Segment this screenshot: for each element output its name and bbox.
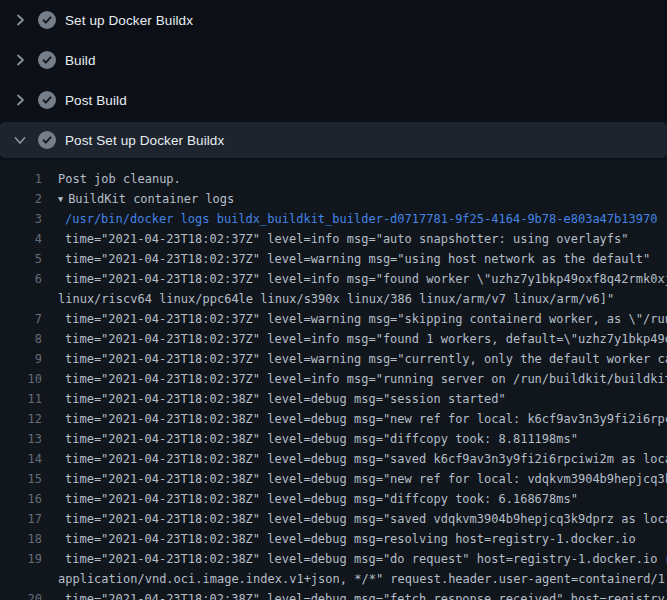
log-line-number[interactable]: 19	[0, 549, 42, 569]
log-line-number[interactable]: 3	[0, 209, 42, 229]
log-line-number[interactable]: 15	[0, 469, 42, 489]
log-line-text: time="2021-04-23T18:02:38Z" level=debug …	[42, 509, 667, 529]
log-line-number[interactable]: 13	[0, 429, 42, 449]
workflow-log-panel: Set up Docker Buildx Build P	[0, 0, 667, 600]
log-line-text: time="2021-04-23T18:02:38Z" level=debug …	[42, 429, 578, 449]
step-label: Post Set up Docker Buildx	[65, 133, 224, 148]
log-line: 4 time="2021-04-23T18:02:37Z" level=info…	[0, 229, 667, 249]
step-row-set-up-docker-buildx[interactable]: Set up Docker Buildx	[0, 0, 667, 40]
log-line-text: time="2021-04-23T18:02:38Z" level=debug …	[42, 389, 506, 409]
log-line: 17 time="2021-04-23T18:02:38Z" level=deb…	[0, 509, 667, 529]
log-line-number[interactable]: 17	[0, 509, 42, 529]
log-line-text: time="2021-04-23T18:02:38Z" level=debug …	[42, 449, 667, 469]
log-line-number[interactable]: 5	[0, 249, 42, 269]
step-row-build[interactable]: Build	[0, 40, 667, 80]
log-line-text: time="2021-04-23T18:02:38Z" level=debug …	[42, 589, 667, 600]
check-circle-icon	[38, 11, 56, 29]
log-line: 5 time="2021-04-23T18:02:37Z" level=warn…	[0, 249, 667, 269]
log-line-number[interactable]: 14	[0, 449, 42, 469]
log-line-number[interactable]: 7	[0, 309, 42, 329]
check-circle-icon	[38, 51, 56, 69]
log-line: 14 time="2021-04-23T18:02:38Z" level=deb…	[0, 449, 667, 469]
log-line-number[interactable]: 16	[0, 489, 42, 509]
step-label: Set up Docker Buildx	[65, 13, 193, 28]
log-line: 15 time="2021-04-23T18:02:38Z" level=deb…	[0, 469, 667, 489]
log-line-number[interactable]: 6	[0, 269, 42, 289]
steps-list: Set up Docker Buildx Build P	[0, 0, 667, 160]
log-line-number[interactable]: 9	[0, 349, 42, 369]
check-circle-icon	[38, 91, 56, 109]
log-line: 8 time="2021-04-23T18:02:37Z" level=info…	[0, 329, 667, 349]
log-line-text: time="2021-04-23T18:02:37Z" level=warnin…	[42, 349, 667, 369]
log-line-text: /usr/bin/docker logs buildx_buildkit_bui…	[42, 209, 657, 229]
log-line: 16 time="2021-04-23T18:02:38Z" level=deb…	[0, 489, 667, 509]
log-line: 19 time="2021-04-23T18:02:38Z" level=deb…	[0, 549, 667, 569]
log-line-number[interactable]: 20	[0, 589, 42, 600]
chevron-right-icon[interactable]	[12, 52, 28, 68]
log-line-text: time="2021-04-23T18:02:37Z" level=info m…	[42, 329, 667, 349]
log-line: 12 time="2021-04-23T18:02:38Z" level=deb…	[0, 409, 667, 429]
log-line: 10 time="2021-04-23T18:02:37Z" level=inf…	[0, 369, 667, 389]
log-line-text: time="2021-04-23T18:02:38Z" level=debug …	[42, 489, 578, 509]
log-line-number[interactable]: 8	[0, 329, 42, 349]
step-label: Post Build	[65, 93, 127, 108]
log-line-number[interactable]: 4	[0, 229, 42, 249]
log-line-text: time="2021-04-23T18:02:38Z" level=debug …	[42, 549, 667, 569]
group-caret-icon[interactable]: ▼	[42, 189, 63, 209]
log-line-text: time="2021-04-23T18:02:38Z" level=debug …	[42, 469, 667, 489]
log-line-number[interactable]: 2	[0, 189, 42, 209]
log-line-number[interactable]: 18	[0, 529, 42, 549]
log-line-text: application/vnd.oci.image.index.v1+json,…	[42, 569, 667, 589]
log-line: 13 time="2021-04-23T18:02:38Z" level=deb…	[0, 429, 667, 449]
step-row-post-build[interactable]: Post Build	[0, 80, 667, 120]
log-lines: 1 Post job cleanup. 2 ▼ BuildKit contain…	[0, 160, 667, 600]
log-line-number[interactable]	[0, 569, 42, 589]
log-line-text: Post job cleanup.	[42, 169, 181, 189]
log-line-text: time="2021-04-23T18:02:38Z" level=debug …	[42, 409, 667, 429]
log-line-text: time="2021-04-23T18:02:37Z" level=info m…	[42, 269, 667, 289]
log-line: 18 time="2021-04-23T18:02:38Z" level=deb…	[0, 529, 667, 549]
log-line: 2 ▼ BuildKit container logs	[0, 189, 667, 209]
log-line-text: time="2021-04-23T18:02:37Z" level=warnin…	[42, 309, 667, 329]
log-line: 20 time="2021-04-23T18:02:38Z" level=deb…	[0, 589, 667, 600]
chevron-down-icon[interactable]	[12, 132, 28, 148]
log-line-text: time="2021-04-23T18:02:37Z" level=warnin…	[42, 249, 650, 269]
log-line-number[interactable]: 12	[0, 409, 42, 429]
log-line-text: time="2021-04-23T18:02:38Z" level=debug …	[42, 529, 636, 549]
chevron-right-icon[interactable]	[12, 12, 28, 28]
log-line: 3 /usr/bin/docker logs buildx_buildkit_b…	[0, 209, 667, 229]
log-line-text: time="2021-04-23T18:02:37Z" level=info m…	[42, 229, 629, 249]
log-line: application/vnd.oci.image.index.v1+json,…	[0, 569, 667, 589]
log-line-text: BuildKit container logs	[63, 189, 234, 209]
check-circle-icon	[38, 131, 56, 149]
chevron-right-icon[interactable]	[12, 92, 28, 108]
log-line-number[interactable]	[0, 289, 42, 309]
log-line: 7 time="2021-04-23T18:02:37Z" level=warn…	[0, 309, 667, 329]
log-line: linux/riscv64 linux/ppc64le linux/s390x …	[0, 289, 667, 309]
log-line: 1 Post job cleanup.	[0, 169, 667, 189]
log-line: 11 time="2021-04-23T18:02:38Z" level=deb…	[0, 389, 667, 409]
log-line-number[interactable]: 11	[0, 389, 42, 409]
log-line-number[interactable]: 10	[0, 369, 42, 389]
step-label: Build	[65, 53, 96, 68]
log-line-text: linux/riscv64 linux/ppc64le linux/s390x …	[42, 289, 614, 309]
log-line: 9 time="2021-04-23T18:02:37Z" level=warn…	[0, 349, 667, 369]
log-line-text: time="2021-04-23T18:02:37Z" level=info m…	[42, 369, 667, 389]
log-line: 6 time="2021-04-23T18:02:37Z" level=info…	[0, 269, 667, 289]
step-row-post-set-up-docker-buildx[interactable]: Post Set up Docker Buildx	[0, 120, 667, 160]
log-line-number[interactable]: 1	[0, 169, 42, 189]
